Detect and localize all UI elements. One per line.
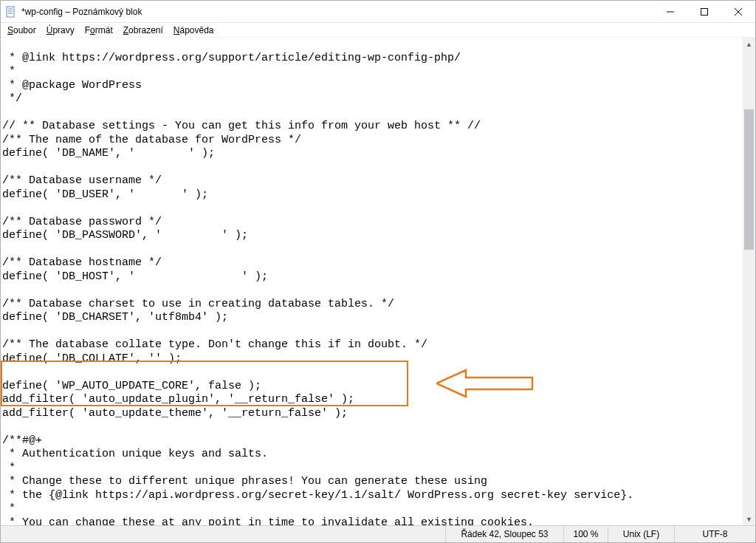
text-editor[interactable]: * @link https://wordpress.org/support/ar…	[1, 38, 755, 525]
menu-napoveda[interactable]: Nápověda	[168, 24, 219, 36]
scroll-thumb[interactable]	[744, 109, 754, 250]
code-line: *	[2, 502, 16, 515]
code-line: /** Database password */	[2, 216, 162, 228]
code-line: *	[2, 462, 16, 474]
code-line: * Authentication unique keys and salts.	[2, 448, 268, 460]
code-line: * @package WordPress	[2, 79, 142, 92]
window-titlebar: *wp-config – Poznámkový blok	[1, 1, 755, 23]
code-line: define( 'DB_CHARSET', 'utf8mb4' );	[2, 311, 228, 324]
statusbar: Řádek 42, Sloupec 53 100 % Unix (LF) UTF…	[1, 525, 755, 542]
status-encoding: UTF-8	[674, 526, 755, 542]
code-line: /** The database collate type. Don't cha…	[2, 338, 427, 351]
svg-rect-5	[701, 8, 708, 15]
code-line: * the {@link https://api.wordpress.org/s…	[2, 489, 633, 502]
code-line: /** The name of the database for WordPre…	[2, 134, 301, 146]
code-line: * You can change these at any point in t…	[2, 516, 534, 526]
close-button[interactable]	[721, 1, 755, 22]
menu-format[interactable]: Formát	[80, 24, 118, 36]
code-line: define( 'DB_NAME', ' ' );	[2, 147, 215, 160]
window-title: *wp-config – Poznámkový blok	[21, 7, 653, 17]
scroll-down-button[interactable]: ▼	[743, 513, 755, 525]
code-line: *	[2, 65, 16, 78]
menubar: Soubor Úpravy Formát Zobrazení Nápověda	[1, 23, 755, 38]
code-line: define( 'DB_HOST', ' ' );	[2, 270, 268, 283]
status-zoom: 100 %	[563, 526, 608, 542]
menu-soubor[interactable]: Soubor	[2, 24, 41, 36]
code-line: * @link https://wordpress.org/support/ar…	[2, 52, 461, 64]
scroll-track[interactable]	[743, 50, 755, 513]
code-line: add_filter( 'auto_update_theme', '__retu…	[2, 407, 348, 420]
code-line: define( 'DB_PASSWORD', ' ' );	[2, 229, 248, 242]
status-line-ending: Unix (LF)	[608, 526, 674, 542]
code-line: /** Database charset to use in creating …	[2, 298, 394, 310]
minimize-button[interactable]	[653, 1, 687, 22]
code-line: * Change these to different unique phras…	[2, 475, 487, 488]
status-spacer	[1, 526, 445, 542]
code-line: // ** Database settings - You can get th…	[2, 120, 481, 132]
code-line: /**#@+	[2, 434, 42, 447]
code-content[interactable]: * @link https://wordpress.org/support/ar…	[1, 38, 755, 525]
menu-zobrazeni[interactable]: Zobrazení	[118, 24, 168, 36]
code-line: define( 'DB_USER', ' ' );	[2, 188, 208, 201]
code-line: /** Database username */	[2, 174, 162, 187]
code-line: add_filter( 'auto_update_plugin', '__ret…	[2, 393, 354, 406]
svg-rect-0	[7, 7, 14, 17]
code-line: */	[2, 92, 22, 105]
notepad-icon	[5, 6, 17, 18]
maximize-button[interactable]	[687, 1, 721, 22]
code-line: /** Database hostname */	[2, 256, 162, 269]
window-controls	[653, 1, 755, 22]
vertical-scrollbar[interactable]: ▲ ▼	[743, 38, 755, 525]
code-line: define( 'DB_COLLATE', '' );	[2, 352, 182, 365]
code-line: define( 'WP_AUTO_UPDATE_CORE', false );	[2, 380, 261, 392]
menu-upravy[interactable]: Úpravy	[41, 24, 80, 36]
status-cursor-position: Řádek 42, Sloupec 53	[445, 526, 563, 542]
scroll-up-button[interactable]: ▲	[743, 38, 755, 50]
